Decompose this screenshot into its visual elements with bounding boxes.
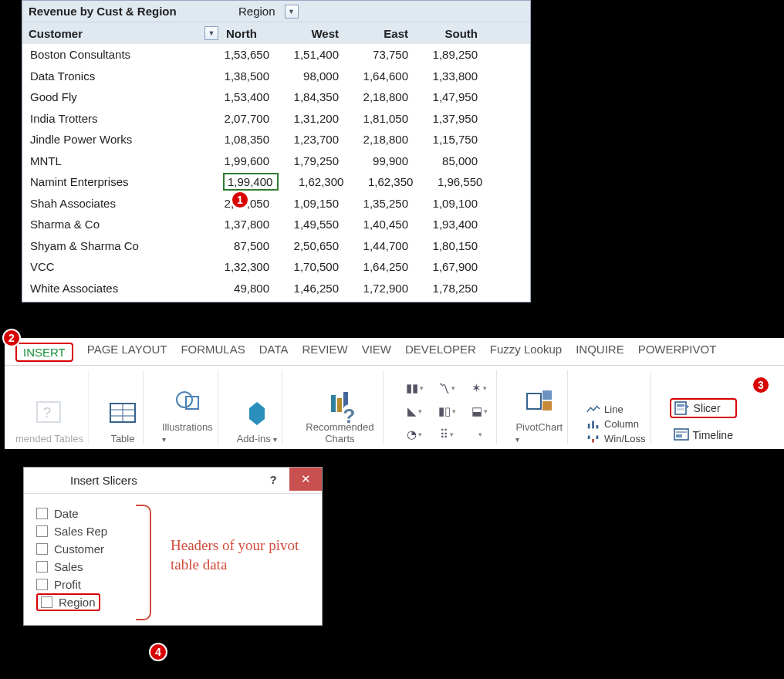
ribbon-tab-data[interactable]: DATA <box>259 343 289 362</box>
ribbon-tab-developer[interactable]: DEVELOPER <box>405 343 476 362</box>
col-header-west[interactable]: West <box>275 27 345 40</box>
slicer-field-option[interactable]: Profit <box>36 576 311 593</box>
chart-type-gallery[interactable]: ▮▮ 〽 ✶ ◣ ▮▯ ⬓ ◔ ⠿ <box>402 378 492 444</box>
pivot-cell[interactable]: 1,33,800 <box>414 69 484 83</box>
ribbon-tab-view[interactable]: VIEW <box>362 343 391 362</box>
pivot-row[interactable]: Data Tronics1,38,50098,0001,64,6001,33,8… <box>22 66 530 87</box>
slicer-field-option[interactable]: Date <box>36 505 311 522</box>
pivot-cell[interactable]: 1,47,950 <box>414 90 484 103</box>
pivot-cell[interactable]: 1,62,350 <box>350 175 419 188</box>
pivot-cell[interactable]: 85,000 <box>414 154 484 167</box>
pivot-cell[interactable]: 1,53,650 <box>223 48 275 61</box>
pivot-cell[interactable]: 1,38,500 <box>223 69 275 83</box>
pivot-cell[interactable]: 1,78,250 <box>414 282 484 295</box>
pivot-cell[interactable]: 1,53,400 <box>223 90 275 103</box>
pivot-cell[interactable]: 49,800 <box>223 282 275 295</box>
pivot-row[interactable]: Good Fly1,53,4001,84,3502,18,8001,47,950 <box>22 86 530 108</box>
pivot-cell[interactable]: 2,18,800 <box>345 133 414 146</box>
pivotchart-icon[interactable] <box>524 386 555 417</box>
pivot-cell[interactable]: 2,18,800 <box>345 90 414 103</box>
dialog-help-button[interactable]: ? <box>257 468 289 491</box>
pivot-cell[interactable]: 1,37,950 <box>414 112 484 125</box>
sparkline-column[interactable]: Column <box>586 418 645 430</box>
table-icon[interactable] <box>107 397 138 428</box>
pivot-cell[interactable]: 1,84,350 <box>275 90 345 103</box>
illustrations-icon[interactable] <box>172 386 203 417</box>
pivot-row[interactable]: MNTL1,99,6001,79,25099,90085,000 <box>22 150 530 172</box>
checkbox-icon[interactable] <box>36 561 48 573</box>
pivot-cell[interactable]: 1,72,900 <box>345 282 414 295</box>
customer-filter-dropdown[interactable]: ▼ <box>204 26 218 40</box>
pivot-row[interactable]: India Trotters2,07,7001,31,2001,81,0501,… <box>22 108 530 130</box>
ribbon-tab-inquire[interactable]: INQUIRE <box>576 343 624 362</box>
ribbon-tab-formulas[interactable]: FORMULAS <box>181 343 245 362</box>
pivot-row[interactable]: White Associates49,8001,46,2501,72,9001,… <box>22 278 530 299</box>
pivot-cell[interactable]: 1,89,250 <box>414 48 484 61</box>
col-header-east[interactable]: East <box>345 27 414 40</box>
stock-chart-icon: ✶ <box>467 378 492 398</box>
pivot-cell[interactable]: 1,96,550 <box>419 175 488 188</box>
ribbon-tab-insert[interactable]: INSERT <box>15 343 73 362</box>
ribbon-tab-review[interactable]: REVIEW <box>302 343 348 362</box>
pivot-row[interactable]: Jindle Power Works1,08,3501,23,7002,18,8… <box>22 129 530 150</box>
checkbox-icon[interactable] <box>36 579 48 590</box>
ribbon-tab-fuzzy-lookup[interactable]: Fuzzy Lookup <box>490 343 562 362</box>
pivot-row[interactable]: Boston Consultants1,53,6501,51,40073,750… <box>22 44 530 66</box>
slicer-button[interactable]: Slicer <box>670 398 737 418</box>
pivot-cell[interactable]: 73,750 <box>345 48 414 61</box>
pivot-cell[interactable]: 1,46,250 <box>275 282 345 295</box>
pivot-cell[interactable]: 1,15,750 <box>414 133 484 146</box>
recommended-pivottables-icon[interactable]: ? <box>34 397 65 428</box>
pivot-cell[interactable]: 1,32,300 <box>223 260 275 273</box>
pivot-cell[interactable]: 1,79,250 <box>275 154 345 167</box>
pivot-row[interactable]: Sharma & Co1,37,8001,49,5501,40,4501,93,… <box>22 214 530 235</box>
pivot-cell[interactable]: 1,31,200 <box>275 112 345 125</box>
pivot-cell[interactable]: 1,51,400 <box>275 48 345 61</box>
pivot-cell[interactable]: 1,35,250 <box>345 197 414 210</box>
pivot-row[interactable]: Namint Enterprises1,99,4001,62,3001,62,3… <box>22 171 530 193</box>
pivot-cell[interactable]: 1,23,700 <box>275 133 345 146</box>
pie-chart-icon: ◔ <box>402 424 427 444</box>
pivot-row[interactable]: Shah Associates2,69,0501,09,1501,35,2501… <box>22 193 530 215</box>
pivot-cell[interactable]: 1,80,150 <box>414 239 484 252</box>
pivot-cell[interactable]: 1,64,600 <box>345 69 414 83</box>
region-filter-dropdown[interactable]: ▼ <box>285 5 299 19</box>
ribbon-tab-powerpivot[interactable]: POWERPIVOT <box>638 343 717 362</box>
pivot-cell[interactable]: 1,93,400 <box>414 218 484 231</box>
pivot-row[interactable]: VCC1,32,3001,70,5001,64,2501,67,900 <box>22 256 530 278</box>
checkbox-icon[interactable] <box>36 543 48 555</box>
recommended-charts-icon[interactable]: ? <box>324 386 355 417</box>
ribbon-tab-page-layout[interactable]: PAGE LAYOUT <box>87 343 167 362</box>
timeline-button[interactable]: Timeline <box>670 426 737 444</box>
pivot-cell[interactable]: 2,50,650 <box>275 239 345 252</box>
col-header-north[interactable]: North <box>223 27 275 40</box>
pivot-cell[interactable]: 98,000 <box>275 69 345 83</box>
pivot-cell[interactable]: 87,500 <box>223 239 275 252</box>
pivot-cell[interactable]: 99,900 <box>345 154 414 167</box>
pivot-cell[interactable]: 1,99,400 <box>223 175 280 188</box>
pivot-cell[interactable]: 1,81,050 <box>345 112 414 125</box>
pivot-cell[interactable]: 1,09,150 <box>275 197 345 210</box>
pivot-cell[interactable]: 1,62,300 <box>280 175 350 188</box>
pivot-cell[interactable]: 1,09,100 <box>414 197 484 210</box>
checkbox-icon[interactable] <box>36 508 48 519</box>
slicer-field-option[interactable]: Region <box>36 593 100 611</box>
sparkline-line[interactable]: Line <box>586 404 645 415</box>
addins-icon[interactable] <box>242 397 272 428</box>
sparkline-winloss[interactable]: Win/Loss <box>586 433 645 444</box>
pivot-cell[interactable]: 1,44,700 <box>345 239 414 252</box>
pivot-cell[interactable]: 1,37,800 <box>223 218 275 231</box>
pivot-row[interactable]: Shyam & Sharma Co87,5002,50,6501,44,7001… <box>22 235 530 257</box>
checkbox-icon[interactable] <box>36 525 48 537</box>
pivot-cell[interactable]: 1,64,250 <box>345 260 414 273</box>
pivot-cell[interactable]: 1,67,900 <box>414 260 484 273</box>
checkbox-icon[interactable] <box>41 596 52 608</box>
pivot-cell[interactable]: 2,07,700 <box>223 112 275 125</box>
pivot-cell[interactable]: 1,49,550 <box>275 218 345 231</box>
pivot-cell[interactable]: 1,08,350 <box>223 133 275 146</box>
dialog-close-button[interactable]: ✕ <box>289 468 322 491</box>
pivot-cell[interactable]: 1,70,500 <box>275 260 345 273</box>
pivot-cell[interactable]: 1,99,600 <box>223 154 275 167</box>
pivot-cell[interactable]: 1,40,450 <box>345 218 414 231</box>
col-header-south[interactable]: South <box>414 27 484 40</box>
